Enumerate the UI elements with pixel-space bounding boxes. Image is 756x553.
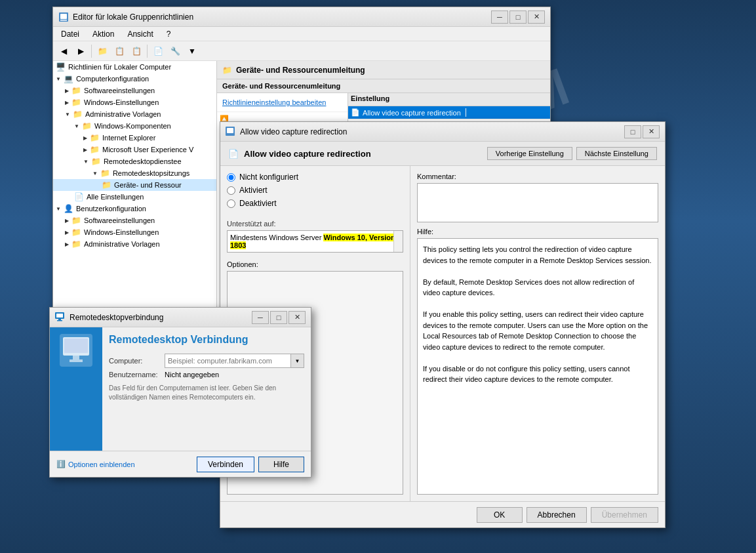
folder-title: Geräte- und Ressourcenumleitung (236, 66, 365, 75)
policy-link[interactable]: Richtlinieneinstellung bearbeiten (222, 98, 326, 106)
radio-nicht-konfiguriert-input[interactable] (227, 173, 235, 182)
toolbar-doc-button[interactable]: 📄 (150, 43, 166, 59)
gpe-title-icon (58, 12, 69, 22)
policy-uebernehmen-button[interactable]: Übernehmen (591, 507, 658, 523)
gpe-maximize-button[interactable]: □ (509, 10, 527, 24)
tree-folder-icon-gr: 📁 (102, 180, 111, 190)
gpe-minimize-button[interactable]: ─ (491, 10, 508, 24)
policy-next-button[interactable]: Nächste Einstellung (576, 147, 657, 160)
svg-rect-4 (227, 128, 233, 133)
tree-alle-einstellungen-label: Alle Einstellungen (87, 193, 144, 201)
rdc-benutzer-value: Nicht angegeben (165, 371, 219, 379)
svg-rect-2 (60, 20, 67, 21)
tree-geraete-ressourcen[interactable]: 📁 Geräte- und Ressour (53, 179, 216, 191)
tree-arrow-ie: ▶ (83, 135, 87, 141)
policy-dialog-icon-sm: 📄 (228, 149, 239, 159)
toolbar-separator-1 (91, 45, 92, 58)
tree-arrow-we: ▶ (65, 100, 69, 106)
policy-name-header: Geräte- und Ressourcenumleitung (222, 82, 340, 90)
toolbar-view-button[interactable]: 📋 (111, 43, 127, 59)
policy-dialog-nav-buttons: Vorherige Einstellung Nächste Einstellun… (487, 147, 657, 160)
tree-file-icon-ae: 📄 (74, 192, 84, 201)
radio-aktiviert-label: Aktiviert (239, 186, 268, 195)
tree-folder-icon-we: 📁 (71, 98, 81, 107)
rdc-dialog: Remotedesktopverbindung ─ □ ✕ Remotedesk… (49, 307, 311, 478)
gpe-window-controls: ─ □ ✕ (491, 10, 545, 24)
menu-aktion[interactable]: Aktion (89, 28, 118, 40)
policy-dialog-policy-name: Allow video capture redirection (244, 149, 371, 159)
tree-admin-vorlagen[interactable]: ▼ 📁 Administrative Vorlagen (53, 108, 216, 120)
toolbar-folder-button[interactable]: 📁 (94, 43, 110, 59)
supported-on-box: Mindestens Windows Server Windows 10, Ve… (227, 230, 403, 253)
tree-bk-av-label: Administrative Vorlagen (84, 240, 160, 248)
rdc-body: Remotedesktop Verbindung Computer: ▼ Ben… (50, 327, 311, 451)
tree-arrow-mu: ▶ (83, 147, 87, 153)
tree-remotedesktopdienstee[interactable]: ▼ 📁 Remotedesktopdienstee (53, 155, 216, 167)
rdc-hilfe-button[interactable]: Hilfe (258, 457, 304, 472)
tree-softwareeinstellungen[interactable]: ▶ 📁 Softwareeinstellungen (53, 85, 216, 96)
policy-dialog-policy-title-bar: 📄 Allow video capture redirection Vorher… (220, 142, 665, 166)
tree-remotedesktopsitzungs[interactable]: ▼ 📁 Remotedesktopsitzungs (53, 167, 216, 179)
tree-internet-explorer[interactable]: ▶ 📁 Internet Explorer (53, 132, 216, 144)
radio-nicht-konfiguriert[interactable]: Nicht konfiguriert (227, 173, 403, 182)
tree-alle-einstellungen[interactable]: 📄 Alle Einstellungen (53, 191, 216, 203)
rdc-window-controls: ─ □ ✕ (252, 311, 306, 324)
comment-textarea[interactable] (417, 183, 658, 222)
menu-datei[interactable]: Datei (57, 28, 83, 40)
radio-deaktiviert[interactable]: Deaktiviert (227, 199, 403, 208)
policy-col-einstellung-header: Einstellung (348, 93, 550, 106)
help-para-2: By default, Remote Desktop Services does… (423, 277, 652, 298)
toolbar-view2-button[interactable]: 📋 (129, 43, 144, 59)
policy-area-header: Geräte- und Ressourcenumleitung (217, 79, 550, 93)
radio-aktiviert[interactable]: Aktiviert (227, 186, 403, 195)
help-para-4: If you disable or do not configure this … (423, 363, 652, 385)
policy-row-0[interactable]: 📄 Allow video capture redirection (348, 106, 550, 119)
policy-abbrechen-button[interactable]: Abbrechen (527, 507, 587, 523)
toolbar-filter-button[interactable]: ▼ (184, 43, 200, 59)
tree-windows-einstellungen[interactable]: ▶ 📁 Windows-Einstellungen (53, 96, 216, 108)
folder-icon: 📁 (222, 66, 232, 75)
policy-ok-button[interactable]: OK (477, 507, 523, 523)
policy-dialog-close-button[interactable]: ✕ (643, 125, 660, 138)
toolbar-back-button[interactable]: ◀ (56, 43, 71, 59)
tree-bk-we-label: Windows-Einstellungen (84, 228, 159, 236)
rdc-benutzer-row: Benutzername: Nicht angegeben (109, 371, 304, 379)
gpe-close-button[interactable]: ✕ (528, 10, 545, 24)
rdc-computer-row: Computer: ▼ (109, 354, 304, 368)
policy-dialog-maximize-button[interactable]: □ (624, 125, 641, 138)
toolbar-forward-button[interactable]: ▶ (73, 43, 89, 59)
rdc-maximize-button[interactable]: □ (270, 311, 287, 324)
rdc-close-button[interactable]: ✕ (288, 311, 306, 324)
tree-bk-we[interactable]: ▶ 📁 Windows-Einstellungen (53, 226, 216, 238)
tree-bk-av[interactable]: ▶ 📁 Administrative Vorlagen (53, 238, 216, 250)
rdc-options-toggle[interactable]: ℹ️ Optionen einblenden (56, 460, 135, 468)
rdc-computer-input[interactable] (165, 354, 291, 368)
svg-rect-1 (60, 14, 67, 19)
radio-aktiviert-input[interactable] (227, 186, 235, 195)
menu-ansicht[interactable]: Ansicht (123, 28, 157, 40)
tree-benutzerkonfiguration-label: Benutzerkonfiguration (76, 205, 146, 213)
tree-folder-icon-sw: 📁 (71, 86, 81, 95)
svg-rect-8 (57, 320, 62, 321)
tree-root[interactable]: 🖥️ Richtlinien für Lokaler Computer (53, 61, 216, 73)
rdc-minimize-button[interactable]: ─ (252, 311, 269, 324)
radio-deaktiviert-input[interactable] (227, 199, 235, 208)
tree-windows-komponenten[interactable]: ▼ 📁 Windows-Komponenten (53, 120, 216, 132)
menu-help[interactable]: ? (163, 28, 175, 40)
supported-on-label-text: Unterstützt auf: (227, 220, 276, 228)
tree-ms-user-exp[interactable]: ▶ 📁 Microsoft User Experience V (53, 144, 216, 155)
tree-folder-icon-bkwe: 📁 (71, 228, 81, 237)
policy-dialog-footer: OK Abbrechen Übernehmen (220, 501, 665, 527)
tree-bk-sw[interactable]: ▶ 📁 Softwareeinstellungen (53, 215, 216, 226)
toolbar-settings-button[interactable]: 🔧 (167, 43, 183, 59)
tree-windows-komponenten-label: Windows-Komponenten (94, 122, 171, 130)
tree-computerkonfiguration[interactable]: ▼ 💻 Computerkonfiguration (53, 73, 216, 85)
tree-remotedesktopdienstee-label: Remotedesktopdienstee (104, 157, 182, 165)
selected-policy-name[interactable]: Richtlinieneinstellung bearbeiten (217, 93, 348, 112)
rdc-title-text: Remotedesktopverbindung (70, 313, 252, 322)
policy-prev-button[interactable]: Vorherige Einstellung (487, 147, 572, 160)
rdc-computer-dropdown[interactable]: ▼ (291, 354, 304, 368)
tree-benutzerkonfiguration[interactable]: ▼ 👤 Benutzerkonfiguration (53, 203, 216, 215)
rdc-verbinden-button[interactable]: Verbinden (197, 457, 254, 472)
options-label-text: Optionen: (227, 260, 258, 268)
